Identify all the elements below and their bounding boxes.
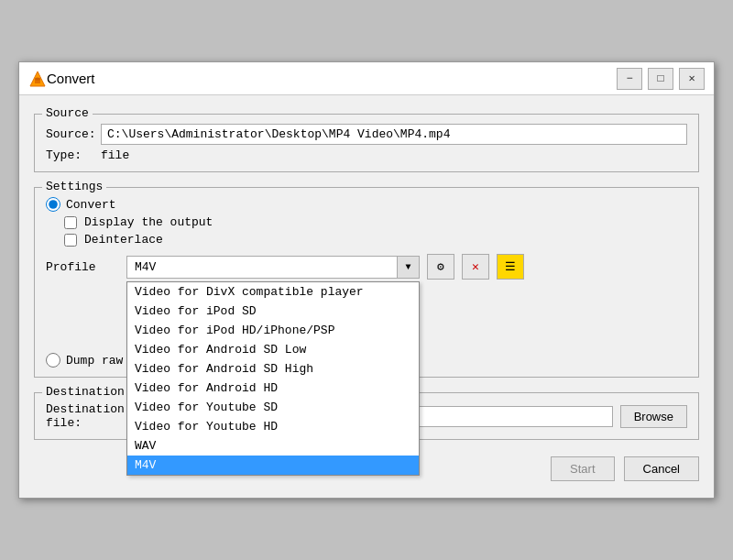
- window-controls: − □ ✕: [617, 68, 705, 90]
- dropdown-item-9[interactable]: M4V: [127, 456, 419, 475]
- source-row: Source:: [46, 124, 687, 145]
- browse-button[interactable]: Browse: [620, 405, 687, 428]
- source-group: Source Source: Type: file: [34, 114, 699, 172]
- dropdown-item-8[interactable]: WAV: [127, 436, 419, 456]
- convert-radio[interactable]: [46, 197, 60, 212]
- cancel-button[interactable]: Cancel: [624, 456, 699, 481]
- vlc-icon: [28, 70, 47, 88]
- svg-point-2: [35, 77, 40, 80]
- dump-raw-radio[interactable]: [46, 353, 60, 368]
- profile-row: Profile M4V ▼ Video for DivX compatible …: [46, 254, 687, 280]
- type-row: Type: file: [46, 148, 687, 162]
- deinterlace-checkbox[interactable]: [64, 234, 77, 247]
- profile-selected-value[interactable]: M4V: [127, 257, 419, 278]
- dropdown-item-3[interactable]: Video for Android SD Low: [127, 340, 419, 359]
- dropdown-item-0[interactable]: Video for DivX compatible player: [127, 282, 419, 302]
- convert-radio-row: Convert: [46, 197, 687, 212]
- settings-group: Settings Convert Display the output Dein…: [34, 187, 699, 378]
- window-content: Source Source: Type: file Settings Conve…: [19, 95, 714, 498]
- minimize-button[interactable]: −: [617, 68, 642, 90]
- dropdown-item-7[interactable]: Video for Youtube HD: [127, 417, 419, 436]
- profile-dropdown-wrapper: M4V ▼ Video for DivX compatible player V…: [126, 256, 420, 279]
- dropdown-item-2[interactable]: Video for iPod HD/iPhone/PSP: [127, 321, 419, 340]
- source-key-label: Source:: [46, 127, 101, 141]
- profile-label: Profile: [46, 260, 119, 274]
- settings-group-label: Settings: [42, 180, 106, 193]
- dropdown-item-6[interactable]: Video for Youtube SD: [127, 398, 419, 417]
- display-output-checkbox[interactable]: [64, 216, 77, 229]
- maximize-button[interactable]: □: [648, 68, 673, 90]
- title-bar: Convert − □ ✕: [19, 62, 714, 95]
- display-output-row: Display the output: [64, 215, 687, 229]
- window-title: Convert: [47, 71, 617, 86]
- dropdown-item-5[interactable]: Video for Android HD: [127, 379, 419, 398]
- close-button[interactable]: ✕: [679, 68, 705, 90]
- convert-window: Convert − □ ✕ Source Source: Type: file …: [18, 61, 715, 499]
- start-button[interactable]: Start: [551, 456, 614, 481]
- convert-radio-label: Convert: [66, 198, 116, 212]
- profile-delete-button[interactable]: ✕: [462, 254, 489, 280]
- dropdown-item-1[interactable]: Video for iPod SD: [127, 302, 419, 321]
- profile-dropdown-list: Video for DivX compatible player Video f…: [126, 281, 420, 476]
- dropdown-item-4[interactable]: Video for Android SD High: [127, 359, 419, 379]
- display-output-label: Display the output: [84, 215, 213, 229]
- source-group-label: Source: [42, 106, 93, 120]
- deinterlace-row: Deinterlace: [64, 233, 687, 247]
- profile-settings-button[interactable]: ⚙: [427, 254, 454, 280]
- source-path-input[interactable]: [101, 124, 687, 145]
- type-value-label: file: [101, 148, 129, 162]
- type-key-label: Type:: [46, 148, 101, 162]
- destination-group-label: Destination: [42, 385, 128, 399]
- deinterlace-label: Deinterlace: [84, 233, 163, 247]
- profile-edit-button[interactable]: ☰: [497, 254, 524, 280]
